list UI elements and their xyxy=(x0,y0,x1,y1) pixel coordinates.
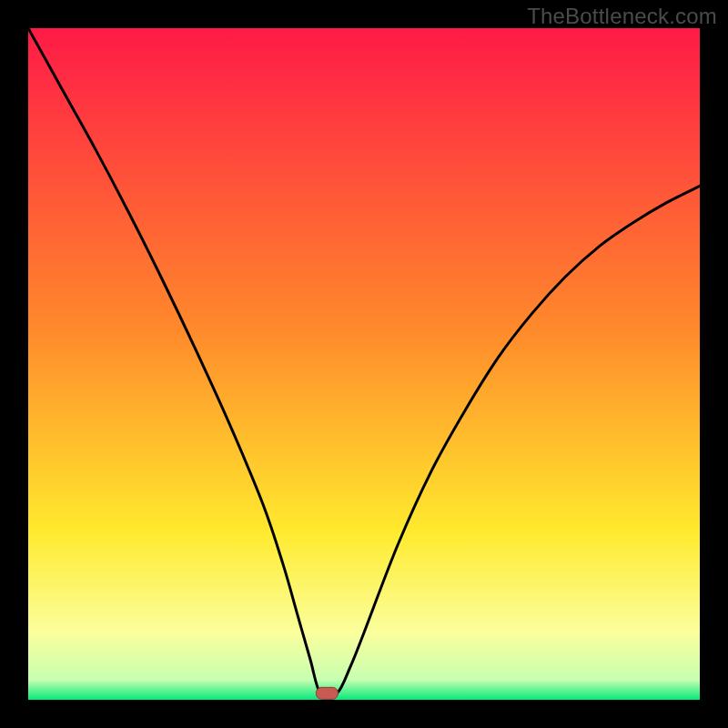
gradient-background xyxy=(28,28,700,700)
optimal-point-marker xyxy=(316,687,338,699)
bottleneck-chart xyxy=(28,28,700,700)
chart-frame: TheBottleneck.com xyxy=(0,0,728,728)
watermark-text: TheBottleneck.com xyxy=(527,4,717,29)
plot-area xyxy=(28,28,700,700)
